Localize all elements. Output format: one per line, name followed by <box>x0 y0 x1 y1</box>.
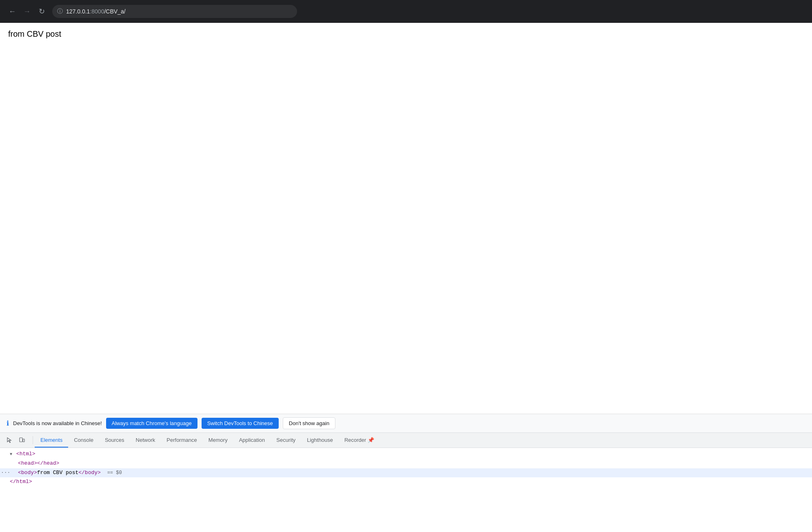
nav-buttons: ← → ↻ <box>7 6 47 17</box>
back-button[interactable]: ← <box>7 6 18 17</box>
url-display: 127.0.0.1:8000/CBV_a/ <box>66 8 126 15</box>
browser-chrome: ← → ↻ ⓘ 127.0.0.1:8000/CBV_a/ <box>0 0 812 23</box>
page-content: from CBV post <box>0 23 812 414</box>
forward-button[interactable]: → <box>21 6 33 17</box>
reload-button[interactable]: ↻ <box>36 6 47 17</box>
page-body-text: from CBV post <box>8 29 804 39</box>
address-bar[interactable]: ⓘ 127.0.0.1:8000/CBV_a/ <box>52 5 297 18</box>
security-info-icon: ⓘ <box>57 8 63 15</box>
